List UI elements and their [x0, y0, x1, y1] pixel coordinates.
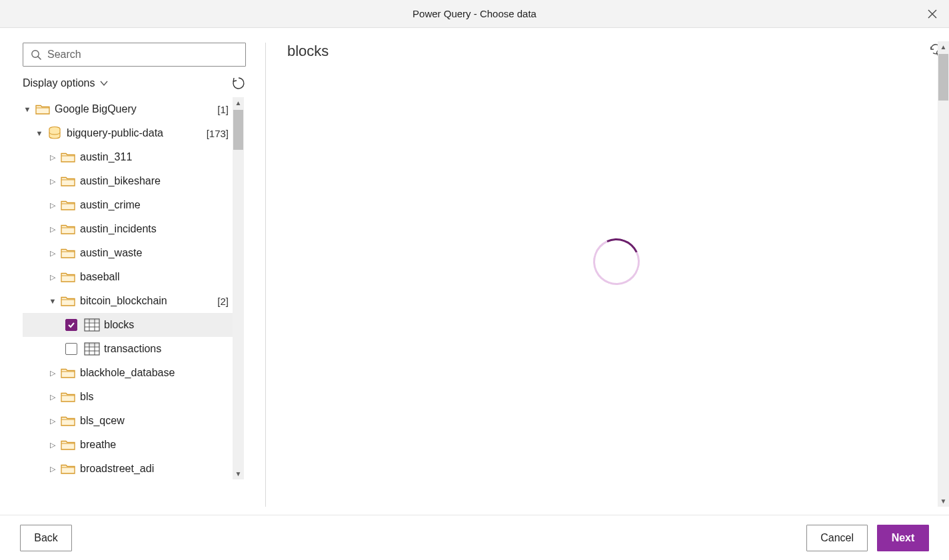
caret-down-icon[interactable]: ▼ [35, 129, 44, 137]
tree-node-count: [1] [217, 104, 229, 115]
database-icon [47, 126, 62, 140]
navigator-scrollbar[interactable]: ▲ ▼ [233, 97, 244, 479]
folder-icon [61, 174, 75, 188]
refresh-icon [231, 76, 246, 91]
table-checkbox[interactable] [65, 319, 77, 331]
folder-icon [61, 198, 75, 212]
scroll-down-icon[interactable]: ▼ [938, 495, 949, 507]
tree-node-root[interactable]: ▼ Google BigQuery [1] [23, 97, 233, 121]
preview-scrollbar[interactable]: ▲ ▼ [938, 41, 949, 507]
tree-node-dataset[interactable]: ▷ bls [23, 385, 233, 409]
tree-node-dataset[interactable]: ▷ broadstreet_adi [23, 457, 233, 479]
tree-node-label: broadstreet_adi [80, 463, 229, 475]
caret-right-icon[interactable]: ▷ [48, 249, 57, 258]
scrollbar-thumb[interactable] [938, 54, 948, 101]
cancel-button[interactable]: Cancel [806, 525, 868, 551]
scrollbar-thumb[interactable] [233, 110, 243, 150]
tree-node-label: blackhole_database [80, 367, 229, 379]
back-button[interactable]: Back [20, 525, 72, 551]
caret-right-icon[interactable]: ▷ [48, 225, 57, 234]
tree-node-dataset[interactable]: ▷ austin_crime [23, 193, 233, 217]
caret-right-icon[interactable]: ▷ [48, 201, 57, 210]
search-icon [30, 49, 42, 61]
tree-node-label: baseball [80, 271, 229, 283]
window-title: Power Query - Choose data [413, 8, 536, 19]
caret-right-icon[interactable]: ▷ [48, 393, 57, 402]
search-input[interactable] [47, 49, 239, 61]
tree-node-dataset-expanded[interactable]: ▼ bitcoin_blockchain [2] [23, 289, 233, 313]
navigator-pane: Display options ▼ Google BigQuery [1] ▼ [0, 28, 265, 515]
tree-node-label: Google BigQuery [55, 103, 215, 115]
scroll-up-icon[interactable]: ▲ [233, 97, 244, 109]
dialog-footer: Back Cancel Next [0, 515, 949, 560]
folder-icon [61, 390, 75, 404]
display-options-dropdown[interactable]: Display options [23, 77, 109, 89]
tree-node-label: austin_bikeshare [80, 175, 229, 187]
tree-node-dataset[interactable]: ▷ austin_311 [23, 145, 233, 169]
tree-node-label: bitcoin_blockchain [80, 295, 215, 307]
tree-node-dataset[interactable]: ▷ bls_qcew [23, 409, 233, 433]
caret-right-icon[interactable]: ▷ [48, 369, 57, 378]
caret-right-icon[interactable]: ▷ [48, 417, 57, 425]
folder-icon [61, 462, 75, 475]
folder-icon [61, 438, 75, 451]
next-button[interactable]: Next [877, 525, 929, 551]
caret-right-icon[interactable]: ▷ [48, 273, 57, 282]
tree-node-table-selected[interactable]: blocks [23, 313, 233, 337]
checkmark-icon [67, 321, 75, 329]
scroll-down-icon[interactable]: ▼ [233, 468, 244, 479]
refresh-button[interactable] [231, 76, 246, 91]
close-icon [928, 9, 937, 19]
caret-down-icon[interactable]: ▼ [48, 297, 57, 305]
tree-node-dataset[interactable]: ▷ blackhole_database [23, 361, 233, 385]
tree-node-dataset[interactable]: ▷ breathe [23, 433, 233, 457]
tree-node-label: austin_incidents [80, 223, 229, 235]
tree-node-project[interactable]: ▼ bigquery-public-data [173] [23, 121, 233, 145]
scroll-up-icon[interactable]: ▲ [938, 41, 949, 53]
tree-node-label: breathe [80, 439, 229, 451]
tree-node-label: transactions [104, 343, 229, 355]
folder-icon [35, 103, 50, 116]
caret-right-icon[interactable]: ▷ [48, 465, 57, 473]
tree-node-label: austin_waste [80, 247, 229, 259]
navigator-tree[interactable]: ▼ Google BigQuery [1] ▼ bigquery-public-… [23, 97, 233, 479]
titlebar: Power Query - Choose data [0, 0, 949, 28]
chevron-down-icon [99, 79, 109, 88]
loading-spinner-icon [586, 232, 646, 292]
tree-node-dataset[interactable]: ▷ austin_incidents [23, 217, 233, 241]
folder-icon [61, 222, 75, 236]
folder-icon [61, 414, 75, 427]
tree-node-label: bigquery-public-data [67, 127, 204, 139]
tree-node-label: blocks [104, 319, 229, 331]
tree-node-table[interactable]: transactions [23, 337, 233, 361]
folder-icon [61, 246, 75, 260]
folder-icon [61, 366, 75, 380]
tree-node-dataset[interactable]: ▷ baseball [23, 265, 233, 289]
tree-node-dataset[interactable]: ▷ austin_bikeshare [23, 169, 233, 193]
folder-icon [61, 150, 75, 164]
tree-node-label: austin_311 [80, 151, 229, 163]
caret-right-icon[interactable]: ▷ [48, 153, 57, 162]
folder-icon [61, 270, 75, 284]
preview-title: blocks [287, 43, 329, 60]
caret-down-icon[interactable]: ▼ [23, 105, 32, 113]
tree-node-count: [2] [217, 296, 229, 307]
caret-right-icon[interactable]: ▷ [48, 441, 57, 449]
tree-node-label: bls [80, 391, 229, 403]
tree-node-dataset[interactable]: ▷ austin_waste [23, 241, 233, 265]
tree-node-label: austin_crime [80, 199, 229, 211]
folder-icon [61, 294, 75, 308]
caret-right-icon[interactable]: ▷ [48, 177, 57, 186]
preview-pane: blocks ▲ ▼ [266, 28, 949, 515]
search-box[interactable] [23, 43, 246, 67]
display-options-label: Display options [23, 77, 95, 89]
tree-node-label: bls_qcew [80, 415, 229, 427]
table-icon [84, 342, 100, 356]
table-checkbox[interactable] [65, 343, 77, 355]
close-button[interactable] [924, 5, 941, 23]
table-icon [84, 318, 100, 332]
tree-node-count: [173] [207, 128, 229, 139]
